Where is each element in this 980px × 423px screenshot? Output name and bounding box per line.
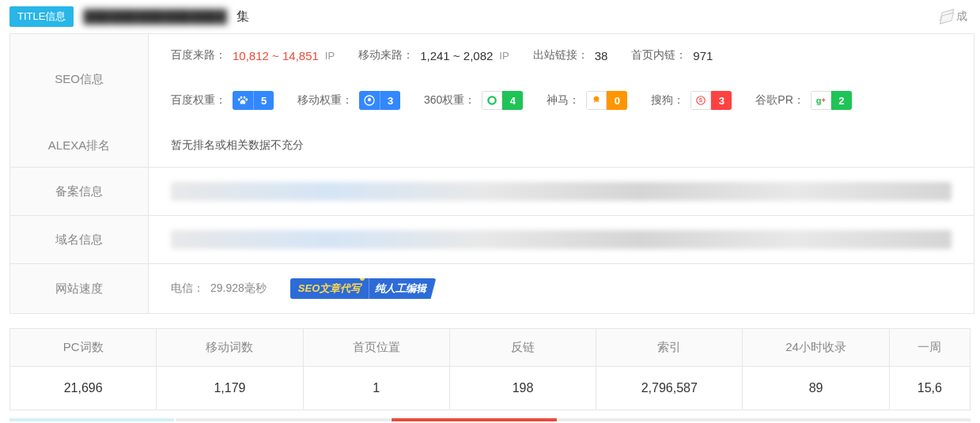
360-weight-badge[interactable]: 4 [482, 91, 523, 110]
baidu-weight-label: 百度权重： [171, 93, 226, 108]
stats-table: PC词数 21,696 移动词数 1,179 首页位置 1 反链 198 索引 … [9, 328, 971, 410]
stats-col: PC词数 21,696 [10, 329, 157, 410]
stats-value[interactable]: 15,6 [890, 367, 970, 410]
stats-header: PC词数 [10, 329, 156, 367]
stats-col: 一周 15,6 [890, 329, 970, 410]
baidu-weight: 百度权重： 5 [171, 91, 274, 110]
bar-segment [392, 418, 556, 421]
stats-col: 反链 198 [450, 329, 596, 410]
mobile-traffic: 移动来路： 1,241 ~ 2,082 IP [358, 48, 509, 62]
beian-value [149, 168, 974, 215]
ip-suffix: IP [325, 50, 335, 62]
sogou-weight: 搜狗： S 3 [651, 91, 732, 110]
mobile-traffic-value[interactable]: 1,241 ~ 2,082 [420, 49, 493, 62]
blurred-content [171, 182, 952, 201]
ip-suffix: IP [499, 50, 509, 62]
stats-header: 首页位置 [304, 329, 449, 367]
shenma-weight-label: 神马： [547, 93, 580, 108]
baidu-weight-badge[interactable]: 5 [233, 91, 274, 110]
homelinks-label: 首页内链： [631, 48, 687, 62]
domain-label: 域名信息 [10, 216, 149, 263]
360-icon [482, 91, 502, 110]
google-weight-value: 2 [831, 91, 852, 110]
baidu-traffic: 百度来路： 10,812 ~ 14,851 IP [171, 48, 335, 62]
stats-header: 一周 [890, 329, 970, 367]
sogou-icon: S [691, 91, 711, 110]
beian-row: 备案信息 [10, 168, 974, 216]
bar-segment [9, 418, 174, 421]
stats-col: 索引 2,796,587 [596, 329, 743, 410]
sogou-weight-label: 搜狗： [651, 93, 684, 108]
title-blurred: ████████████████ [83, 9, 226, 24]
promo-banner[interactable]: SEO文章代写 纯人工编辑 [290, 278, 436, 299]
alexa-label: ALEXA排名 [10, 124, 149, 167]
google-weight-badge[interactable]: g+ 2 [811, 91, 852, 110]
baidu-traffic-value[interactable]: 10,812 ~ 14,851 [233, 49, 319, 62]
stats-value[interactable]: 1 [304, 367, 449, 410]
stats-col: 移动词数 1,179 [157, 329, 303, 410]
sogou-weight-badge[interactable]: S 3 [691, 91, 732, 110]
stats-value[interactable]: 89 [743, 367, 888, 410]
title-suffix: 集 [236, 9, 249, 25]
baidu-mobile-icon [359, 91, 380, 110]
promo-right-text: 纯人工编辑 [369, 278, 436, 299]
speed-isp: 电信： [171, 281, 204, 296]
mobile-weight: 移动权重： 3 [297, 91, 400, 110]
shenma-weight: 神马： 0 [547, 91, 627, 110]
layers-icon [939, 9, 953, 24]
speed-label: 网站速度 [10, 264, 149, 313]
outlinks-value[interactable]: 38 [595, 49, 608, 62]
stats-header: 反链 [450, 329, 596, 367]
domain-value [149, 216, 974, 263]
baidu-paw-icon [233, 91, 253, 110]
blurred-content [171, 230, 952, 249]
alexa-value: 暂无排名或相关数据不充分 [149, 124, 974, 167]
header-row: TITLE信息 ████████████████ 集 成 [0, 0, 980, 33]
stats-header: 24小时收录 [743, 329, 888, 367]
google-weight-label: 谷歌PR： [755, 93, 804, 108]
speed-value-cell: 电信： 29.928毫秒 SEO文章代写 纯人工编辑 [149, 264, 974, 313]
promo-left-text: SEO文章代写 [290, 278, 369, 299]
shenma-weight-badge[interactable]: 0 [586, 91, 627, 110]
stats-value[interactable]: 21,696 [10, 367, 156, 410]
stats-value[interactable]: 2,796,587 [596, 367, 742, 410]
baidu-weight-value: 5 [253, 91, 274, 110]
stats-value[interactable]: 198 [450, 367, 596, 410]
seo-info-table: SEO信息 百度来路： 10,812 ~ 14,851 IP 移动来路： 1,2… [9, 33, 974, 314]
mobile-weight-badge[interactable]: 3 [359, 91, 400, 110]
mobile-weight-label: 移动权重： [297, 93, 353, 108]
outlinks-label: 出站链接： [533, 48, 588, 62]
stats-col: 首页位置 1 [304, 329, 450, 410]
seo-label-cell: SEO信息 [10, 34, 149, 124]
stats-header: 索引 [596, 329, 742, 367]
stats-value[interactable]: 1,179 [157, 367, 302, 410]
360-weight-label: 360权重： [424, 93, 475, 108]
outlinks: 出站链接： 38 [533, 48, 608, 62]
title-badge: TITLE信息 [9, 6, 74, 27]
speed-stat: 电信： 29.928毫秒 [171, 281, 267, 296]
speed-row: 网站速度 电信： 29.928毫秒 SEO文章代写 纯人工编辑 [10, 264, 974, 313]
mobile-weight-value: 3 [380, 91, 400, 110]
homelinks: 首页内链： 971 [631, 48, 713, 62]
shenma-icon [586, 91, 607, 110]
speed-value: 29.928毫秒 [210, 281, 267, 296]
domain-row: 域名信息 [10, 216, 974, 264]
bar-segment [176, 418, 390, 421]
alexa-row: ALEXA排名 暂无排名或相关数据不充分 [10, 124, 974, 168]
bottom-indicator-bars [9, 418, 971, 421]
baidu-traffic-label: 百度来路： [171, 48, 226, 62]
360-weight-value: 4 [502, 91, 523, 110]
shenma-weight-value: 0 [607, 91, 627, 110]
mobile-traffic-label: 移动来路： [358, 48, 414, 62]
stats-col: 24小时收录 89 [743, 329, 889, 410]
top-right-button[interactable]: 成 [939, 9, 971, 24]
svg-text:S: S [699, 97, 703, 103]
google-weight: 谷歌PR： g+ 2 [755, 91, 851, 110]
alexa-text: 暂无排名或相关数据不充分 [171, 138, 304, 153]
beian-label: 备案信息 [10, 168, 149, 215]
bar-segment [558, 418, 971, 421]
seo-weights-cell: 百度权重： 5 移动权重： 3 [149, 77, 974, 124]
svg-point-1 [489, 96, 496, 104]
homelinks-value[interactable]: 971 [693, 49, 713, 62]
seo-traffic-cell: 百度来路： 10,812 ~ 14,851 IP 移动来路： 1,241 ~ 2… [149, 34, 974, 77]
